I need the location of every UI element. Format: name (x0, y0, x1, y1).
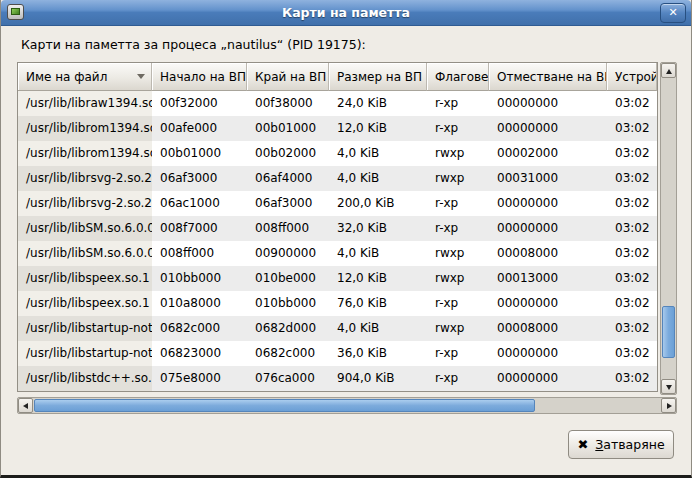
cell-vm-offset: 00000000 (489, 291, 607, 316)
cell-vm-size: 4,0 KiB (329, 316, 427, 341)
column-header-flags[interactable]: Флагове (427, 63, 489, 91)
cell-flags: r-xp (427, 291, 489, 316)
cell-device: 03:02 (607, 166, 657, 191)
sort-indicator-icon (137, 74, 145, 79)
cell-filename: /usr/lib/librsvg-2.so.2 (18, 191, 152, 216)
cell-vm-size: 200,0 KiB (329, 191, 427, 216)
column-header-device[interactable]: Устройство (607, 63, 657, 91)
cell-vm-offset: 00000000 (489, 216, 607, 241)
table-row[interactable]: /usr/lib/libSM.so.6.0.0008f7000008ff0003… (18, 216, 657, 241)
cell-vm-offset: 00008000 (489, 241, 607, 266)
cell-vm-size: 4,0 KiB (329, 141, 427, 166)
cell-vm-size: 4,0 KiB (329, 241, 427, 266)
horizontal-scrollbar[interactable] (17, 397, 677, 414)
cell-flags: r-xp (427, 366, 489, 391)
column-header-label: Име на файл (26, 70, 107, 84)
scroll-right-button[interactable] (661, 398, 676, 413)
cell-vm-start: 06af3000 (152, 166, 247, 191)
vertical-scrollbar[interactable] (660, 62, 677, 395)
cell-vm-offset: 00031000 (489, 166, 607, 191)
column-header-filename[interactable]: Име на файл (18, 63, 152, 91)
close-x-icon: ✖ (577, 437, 588, 452)
table-body: /usr/lib/libraw1394.so00f3200000f3800024… (18, 91, 657, 391)
cell-vm-end: 010bb000 (247, 291, 329, 316)
cell-vm-start: 010bb000 (152, 266, 247, 291)
cell-vm-end: 06af4000 (247, 166, 329, 191)
cell-filename: /usr/lib/libraw1394.so (18, 91, 152, 116)
column-header-label: Размер на ВП (337, 70, 422, 84)
cell-filename: /usr/lib/libstartup-not (18, 341, 152, 366)
cell-vm-end: 06af3000 (247, 191, 329, 216)
cell-vm-size: 12,0 KiB (329, 116, 427, 141)
titlebar[interactable]: Карти на паметта ✕ (1, 0, 691, 26)
cell-flags: r-xp (427, 191, 489, 216)
table-row[interactable]: /usr/lib/librsvg-2.so.206ac100006af30002… (18, 191, 657, 216)
close-button[interactable]: ✖ Затваряне (568, 430, 674, 459)
cell-vm-size: 4,0 KiB (329, 166, 427, 191)
table-header-row: Име на файлНачало на ВПКрай на ВПРазмер … (18, 63, 657, 91)
column-header-vm-size[interactable]: Размер на ВП (329, 63, 427, 91)
cell-vm-offset: 00008000 (489, 316, 607, 341)
cell-filename: /usr/lib/librsvg-2.so.2 (18, 166, 152, 191)
cell-vm-end: 0682c000 (247, 341, 329, 366)
cell-vm-offset: 00000000 (489, 341, 607, 366)
cell-vm-offset: 00000000 (489, 191, 607, 216)
cell-flags: rwxp (427, 141, 489, 166)
memory-maps-table: Име на файлНачало на ВПКрай на ВПРазмер … (17, 62, 658, 392)
cell-device: 03:02 (607, 141, 657, 166)
cell-vm-end: 00b02000 (247, 141, 329, 166)
table-row[interactable]: /usr/lib/libraw1394.so00f3200000f3800024… (18, 91, 657, 116)
cell-vm-start: 008f7000 (152, 216, 247, 241)
cell-vm-end: 00900000 (247, 241, 329, 266)
horizontal-scrollbar-thumb[interactable] (34, 399, 535, 412)
scroll-up-button[interactable] (661, 63, 676, 78)
cell-device: 03:02 (607, 116, 657, 141)
cell-flags: rwxp (427, 241, 489, 266)
vertical-scrollbar-thumb[interactable] (662, 306, 675, 358)
cell-vm-end: 010be000 (247, 266, 329, 291)
cell-device: 03:02 (607, 241, 657, 266)
memory-maps-dialog: Карти на паметта ✕ Карти на паметта за п… (0, 0, 692, 478)
cell-device: 03:02 (607, 316, 657, 341)
cell-vm-end: 00f38000 (247, 91, 329, 116)
table-row[interactable]: /usr/lib/libstartup-not068230000682c0003… (18, 341, 657, 366)
arrow-right-icon (667, 403, 672, 409)
close-button-label: Затваряне (595, 437, 664, 452)
arrow-left-icon (23, 403, 28, 409)
cell-vm-offset: 00002000 (489, 141, 607, 166)
scroll-down-button[interactable] (661, 379, 676, 394)
column-header-label: Устройство (615, 70, 657, 84)
column-header-label: Начало на ВП (160, 70, 246, 84)
cell-vm-start: 00b01000 (152, 141, 247, 166)
window-close-icon[interactable]: ✕ (660, 3, 686, 23)
cell-vm-size: 904,0 KiB (329, 366, 427, 391)
column-header-label: Отместване на ВП (497, 70, 607, 84)
table-row[interactable]: /usr/lib/libspeex.so.1010a8000010bb00076… (18, 291, 657, 316)
cell-vm-end: 00b01000 (247, 116, 329, 141)
column-header-label: Флагове (435, 70, 488, 84)
cell-vm-size: 36,0 KiB (329, 341, 427, 366)
cell-flags: rwxp (427, 266, 489, 291)
table-row[interactable]: /usr/lib/librom1394.so00b0100000b020004,… (18, 141, 657, 166)
table-row[interactable]: /usr/lib/libspeex.so.1010bb000010be00012… (18, 266, 657, 291)
scroll-left-button[interactable] (18, 398, 33, 413)
table-row[interactable]: /usr/lib/librom1394.so00afe00000b0100012… (18, 116, 657, 141)
cell-flags: r-xp (427, 341, 489, 366)
cell-vm-start: 00f32000 (152, 91, 247, 116)
cell-vm-start: 075e8000 (152, 366, 247, 391)
table-row[interactable]: /usr/lib/libstartup-not0682c0000682d0004… (18, 316, 657, 341)
column-header-vm-start[interactable]: Начало на ВП (152, 63, 247, 91)
cell-vm-end: 008ff000 (247, 216, 329, 241)
cell-device: 03:02 (607, 366, 657, 391)
cell-device: 03:02 (607, 216, 657, 241)
cell-vm-size: 76,0 KiB (329, 291, 427, 316)
cell-vm-start: 06ac1000 (152, 191, 247, 216)
cell-device: 03:02 (607, 341, 657, 366)
column-header-vm-end[interactable]: Край на ВП (247, 63, 329, 91)
table-row[interactable]: /usr/lib/librsvg-2.so.206af300006af40004… (18, 166, 657, 191)
table-row[interactable]: /usr/lib/libSM.so.6.0.0008ff000009000004… (18, 241, 657, 266)
table-row[interactable]: /usr/lib/libstdc++.so.075e8000076ca00090… (18, 366, 657, 391)
cell-filename: /usr/lib/librom1394.so (18, 116, 152, 141)
column-header-vm-offset[interactable]: Отместване на ВП (489, 63, 607, 91)
cell-flags: rwxp (427, 316, 489, 341)
